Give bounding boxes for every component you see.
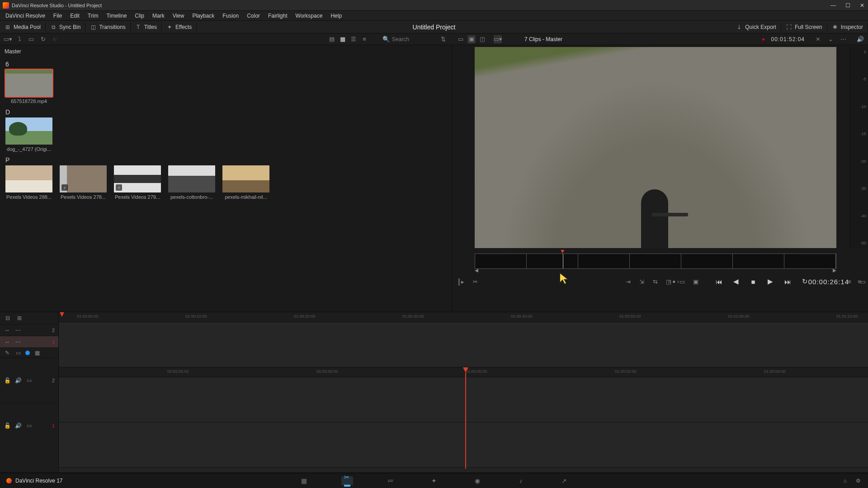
go-end-button[interactable]: ⏭ (783, 277, 792, 286)
marker-tool-icon[interactable]: ✎ (4, 349, 11, 357)
window-minimize[interactable]: — (830, 2, 836, 9)
clip-thumb[interactable]: 657518728.mp4 (5, 70, 52, 104)
import-icon[interactable]: ⤵ (15, 35, 24, 43)
menu-item[interactable]: Color (243, 12, 264, 20)
record-icon[interactable]: ● (760, 35, 768, 43)
play-button[interactable]: ▶ (766, 277, 775, 286)
clip-thumb[interactable]: Pexels Videos 288... (5, 165, 52, 200)
page-fairlight[interactable]: ♪ (515, 476, 527, 485)
panel-effects[interactable]: ✦Effects (162, 23, 197, 32)
speaker-icon[interactable]: 🔊 (14, 377, 22, 384)
bin-view-icon[interactable]: ▭▾ (4, 35, 12, 43)
panel-sync-bin[interactable]: ⧉Sync Bin (46, 23, 85, 32)
clip-thumb[interactable]: pexels-cottonbro-... (168, 165, 215, 200)
refresh-icon[interactable]: ↻ (39, 35, 47, 43)
menu-item[interactable]: Edit (66, 12, 83, 20)
out-handle[interactable] (833, 269, 836, 272)
loop-button[interactable]: ↻ (800, 277, 809, 286)
metadata-view-icon[interactable]: ☰ (349, 35, 358, 43)
menu-item[interactable]: Clip (131, 12, 148, 20)
clip-thumb-image[interactable] (168, 165, 215, 192)
page-deliver[interactable]: ➚ (558, 476, 570, 485)
split-icon[interactable]: ✂ (471, 277, 479, 286)
menu-item[interactable]: Timeline (103, 12, 130, 20)
sync-lock-icon[interactable]: ↔ (4, 327, 11, 334)
solo-icon[interactable]: ▭ (25, 422, 33, 429)
tool-b-icon[interactable]: ▭ (859, 277, 867, 286)
viewer-mode-dual-icon[interactable]: ◫ (478, 35, 486, 43)
timeline-upper-ruler[interactable]: 01:00:00:00 01:00:10:00 01:00:20:00 01:0… (59, 312, 868, 322)
panel-media-pool[interactable]: ⊞Media Pool (0, 23, 46, 32)
stop-button[interactable]: ■ (749, 277, 758, 286)
viewer-mode-tape-icon[interactable]: ▣ (467, 35, 476, 43)
list-view-icon[interactable]: ≡ (360, 35, 368, 43)
clip-thumb-image[interactable]: ♪ (114, 165, 161, 192)
panel-titles[interactable]: TTitles (131, 23, 162, 32)
viewer-color-icon[interactable]: ▭▾ (494, 35, 502, 43)
in-handle[interactable] (475, 269, 478, 272)
panel-quick-export[interactable]: ⤓Quick Export (731, 23, 781, 32)
lower-playhead[interactable] (466, 367, 468, 469)
page-media[interactable]: ▦ (298, 476, 310, 485)
video-tracks-area[interactable] (59, 322, 868, 367)
sort-icon[interactable]: ⇅ (439, 35, 447, 43)
search-input[interactable] (392, 36, 428, 42)
home-icon[interactable]: ⌂ (844, 478, 847, 484)
chevron-down-icon[interactable]: ⌄ (826, 35, 835, 43)
boring-detector-icon[interactable]: ║▸ (457, 277, 465, 286)
source-scrubber[interactable] (475, 253, 836, 269)
marker-color-dot[interactable] (25, 351, 30, 355)
menu-item[interactable]: Help (327, 12, 345, 20)
menu-item[interactable]: File (50, 12, 66, 20)
track-tools-icon[interactable]: ⋯ (14, 327, 22, 334)
clip-thumb[interactable]: dog_-_4727 (Origi... (5, 117, 52, 152)
bin-header[interactable]: Master (5, 47, 447, 56)
clip-thumb-image[interactable] (5, 165, 52, 192)
marker-extra-icon[interactable]: ▦ (33, 349, 41, 357)
upper-playhead[interactable] (60, 312, 64, 317)
menu-item[interactable]: DaVinci Resolve (2, 12, 49, 20)
panel-inspector[interactable]: ✱Inspector (827, 23, 868, 32)
page-edit[interactable]: ≔ (385, 476, 396, 485)
timeline-mode-b-icon[interactable]: ⊞ (15, 314, 24, 322)
thumb-view-icon[interactable]: ▦ (339, 35, 347, 43)
menu-item[interactable]: Fusion (219, 12, 242, 20)
jog-control[interactable]: ‹ ● › (669, 278, 679, 285)
clip-thumb[interactable]: pexels-mikhail-nil... (222, 165, 269, 200)
tool-a-icon[interactable]: ≡ (845, 277, 854, 286)
menu-item[interactable]: View (169, 12, 188, 20)
search-icon[interactable]: 🔍 (382, 35, 390, 43)
page-color[interactable]: ◉ (472, 476, 483, 485)
link-icon[interactable]: ⎋ (51, 35, 59, 43)
menu-item[interactable]: Fairlight (264, 12, 291, 20)
audio-tracks-area[interactable] (59, 377, 868, 468)
step-back-button[interactable]: ◀ (731, 277, 741, 286)
lock-icon[interactable]: 🔓 (4, 422, 11, 429)
append-icon[interactable]: ⇲ (637, 277, 646, 286)
window-maximize[interactable]: ☐ (844, 2, 851, 9)
viewer-video[interactable] (475, 47, 836, 248)
clip-thumb[interactable]: ♪Pexels Videos 279... (114, 165, 161, 200)
clip-thumb-image[interactable] (5, 117, 52, 145)
scrub-playhead-marker[interactable] (561, 250, 564, 253)
menu-item[interactable]: Playback (189, 12, 218, 20)
menu-item[interactable]: Trim (84, 12, 102, 20)
page-fusion[interactable]: ✦ (428, 476, 440, 485)
menu-item[interactable]: Mark (149, 12, 168, 20)
clip-thumb-image[interactable] (5, 70, 52, 97)
gear-icon[interactable]: ⚙ (856, 478, 861, 484)
go-start-button[interactable]: ⏮ (714, 277, 723, 286)
options-icon[interactable]: ⋯ (839, 35, 847, 43)
place-on-top-icon[interactable]: ▭ (678, 277, 686, 286)
flag-tool-icon[interactable]: ▭ (14, 349, 22, 357)
smart-insert-icon[interactable]: ⇥ (624, 277, 632, 286)
track-tools-icon[interactable]: ⋯ (14, 338, 22, 346)
page-cut[interactable]: ✂▬ (341, 476, 353, 485)
bypass-icon[interactable]: ⨯ (814, 35, 822, 43)
viewer-mode-source-icon[interactable]: ▭ (457, 35, 465, 43)
ripple-overwrite-icon[interactable]: ⇆ (651, 277, 659, 286)
folder-icon[interactable]: ▭ (27, 35, 35, 43)
clip-thumb-image[interactable]: ♪ (60, 165, 107, 192)
panel-full-screen[interactable]: ⛶Full Screen (781, 23, 827, 32)
menu-item[interactable]: Workspace (292, 12, 326, 20)
